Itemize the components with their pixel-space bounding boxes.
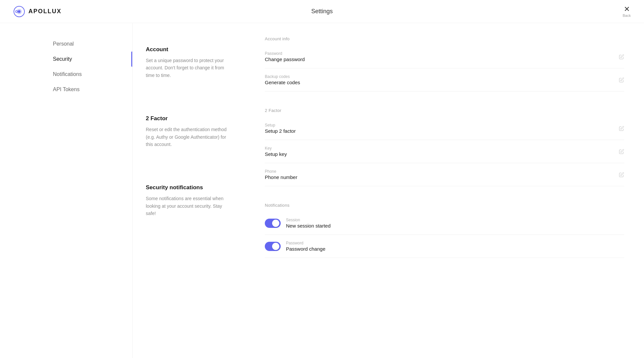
phone-number-row: Phone Phone number [265, 163, 624, 186]
setup-2factor-label: Setup 2 factor [265, 128, 296, 134]
back-label: Back [623, 14, 631, 18]
logo-area: APOLLUX [13, 6, 61, 18]
secnotif-section-title: Security notifications [146, 184, 232, 191]
sections-descriptions: Account Set a unique password to protect… [133, 36, 245, 345]
password-change-label: Password change [286, 246, 325, 252]
close-button[interactable]: ✕ Back [623, 6, 631, 18]
generate-codes-edit-icon[interactable] [619, 77, 624, 83]
account-section-title: Account [146, 46, 232, 53]
header: APOLLUX Settings ✕ Back [0, 0, 644, 23]
sidebar: Personal Security Notifications API Toke… [0, 23, 132, 358]
phone-number-edit-icon[interactable] [619, 172, 624, 177]
settings-col: Account info Password Change password Ba… [245, 36, 644, 345]
secnotif-section-text: Some notifications are essential when lo… [146, 195, 232, 217]
new-session-toggle[interactable] [265, 219, 281, 228]
notifications-group-label: Notifications [265, 203, 624, 208]
backup-codes-sublabel: Backup codes [265, 74, 300, 79]
password-sublabel: Password [265, 51, 305, 56]
svg-point-2 [18, 10, 20, 13]
setup-2factor-edit-icon[interactable] [619, 126, 624, 131]
twofactor-group-label: 2 Factor [265, 108, 624, 113]
new-session-toggle-row: Session New session started [265, 212, 624, 235]
close-icon: ✕ [624, 6, 630, 13]
logo-text: APOLLUX [28, 8, 61, 15]
main-layout: Personal Security Notifications API Toke… [0, 23, 644, 358]
notifications-section: Notifications Session New session starte… [265, 203, 624, 258]
sidebar-item-api-tokens[interactable]: API Tokens [53, 82, 119, 97]
generate-codes-label: Generate codes [265, 80, 300, 85]
setup-2factor-row: Setup Setup 2 factor [265, 117, 624, 140]
twofactor-section: 2 Factor Setup Setup 2 factor Key Setup … [265, 108, 624, 186]
password-change-toggle[interactable] [265, 242, 281, 251]
setup-key-label: Setup key [265, 151, 287, 157]
session-sublabel: Session [286, 218, 331, 222]
twofactor-section-desc: 2 Factor Reset or edit the authenticatio… [146, 105, 232, 174]
password-change-sublabel: Password [286, 241, 325, 245]
generate-codes-row: Backup codes Generate codes [265, 68, 624, 91]
setup-key-edit-icon[interactable] [619, 149, 624, 154]
account-info-section: Account info Password Change password Ba… [265, 36, 624, 91]
sidebar-item-personal[interactable]: Personal [53, 36, 119, 52]
change-password-edit-icon[interactable] [619, 54, 624, 59]
secnotif-section-desc: Security notifications Some notification… [146, 174, 232, 243]
account-section-desc: Account Set a unique password to protect… [146, 36, 232, 105]
phone-sublabel: Phone [265, 169, 297, 174]
change-password-row: Password Change password [265, 45, 624, 68]
account-section-text: Set a unique password to protect your ac… [146, 57, 232, 79]
content-area: Account Set a unique password to protect… [132, 23, 644, 358]
sidebar-item-notifications[interactable]: Notifications [53, 67, 119, 82]
phone-number-label: Phone number [265, 174, 297, 180]
header-title: Settings [311, 8, 333, 15]
twofactor-section-title: 2 Factor [146, 115, 232, 122]
twofactor-section-text: Reset or edit the authentication method … [146, 126, 232, 148]
password-change-toggle-row: Password Password change [265, 235, 624, 258]
sidebar-item-security[interactable]: Security [53, 52, 119, 67]
setup-sublabel: Setup [265, 123, 296, 127]
new-session-label: New session started [286, 223, 331, 229]
account-info-group-label: Account info [265, 36, 624, 41]
setup-key-row: Key Setup key [265, 140, 624, 163]
change-password-label: Change password [265, 56, 305, 62]
logo-icon [13, 6, 25, 18]
key-sublabel: Key [265, 146, 287, 151]
